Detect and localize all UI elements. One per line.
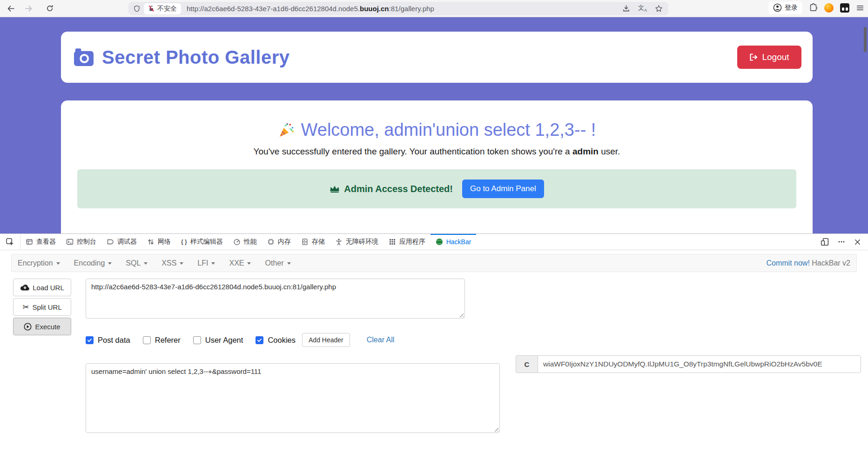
menu-encoding[interactable]: Encoding <box>74 259 112 267</box>
caret-down-icon <box>56 262 60 265</box>
security-chip[interactable]: 不安全 <box>144 3 181 14</box>
crown-icon <box>330 185 340 193</box>
referer-label[interactable]: Referer <box>155 336 181 345</box>
camera-icon <box>73 47 94 67</box>
forward-button[interactable] <box>21 1 35 15</box>
element-picker-button[interactable] <box>0 234 20 250</box>
cookie-field-group: C <box>516 355 861 373</box>
devtools-tab-application[interactable]: 应用程序 <box>384 234 431 250</box>
welcome-card: Welcome, admin'union select 1,2,3-- ! Yo… <box>61 100 813 233</box>
browser-toolbar: 不安全 http://a2c6ae6d-5283-43e7-a1d6-d6cc2… <box>0 0 868 17</box>
request-options-row: Post data Referer User Agent Cookies Add… <box>86 333 394 347</box>
devtools-tab-style-editor[interactable]: { } 样式编辑器 <box>176 234 228 250</box>
commit-now-link[interactable]: Commit now! <box>767 259 810 267</box>
grid-icon <box>389 238 396 246</box>
translate-icon[interactable]: 文A <box>638 5 647 13</box>
console-icon <box>66 238 74 246</box>
chip-icon <box>267 238 275 246</box>
devtools-tab-bar: 查看器 控制台 调试器 网络 { } 样式编辑器 性能 内存 存储 <box>0 234 868 250</box>
reload-button[interactable] <box>43 1 57 15</box>
menu-sql[interactable]: SQL <box>126 259 148 267</box>
admin-access-label: Admin Access Detected! <box>330 184 453 194</box>
welcome-message: You've successfully entered the gallery.… <box>61 146 813 157</box>
party-popper-icon <box>278 122 295 139</box>
menu-xxe[interactable]: XXE <box>229 259 251 267</box>
clear-all-link[interactable]: Clear All <box>367 336 395 344</box>
devtools-tab-memory[interactable]: 内存 <box>262 234 296 250</box>
referer-checkbox[interactable] <box>143 336 151 344</box>
url-text[interactable]: http://a2c6ae6d-5283-43e7-a1d6-d6cc26128… <box>187 5 622 13</box>
caret-down-icon <box>247 262 251 265</box>
play-circle-icon <box>24 323 32 331</box>
scissors-icon: ✂ <box>22 303 29 311</box>
hackbar-version: HackBar v2 <box>810 259 850 267</box>
devtools-tab-debugger[interactable]: 调试器 <box>101 234 142 250</box>
shield-icon[interactable] <box>133 5 141 13</box>
split-url-button[interactable]: ✂ Split URL <box>13 298 71 316</box>
hackbar-globe-icon <box>436 238 443 246</box>
devtools-tab-performance[interactable]: 性能 <box>228 234 262 250</box>
broken-lock-icon <box>148 5 155 12</box>
caret-down-icon <box>144 262 148 265</box>
go-to-admin-panel-button[interactable]: Go to Admin Panel <box>462 180 544 198</box>
devtools-tab-hackbar[interactable]: HackBar <box>431 234 477 250</box>
menu-other[interactable]: Other <box>265 259 290 267</box>
signin-label: 登录 <box>785 4 798 12</box>
addon-dark-icon[interactable] <box>840 3 849 13</box>
caret-down-icon <box>180 262 183 265</box>
hackbar-menubar: Encryption Encoding SQL XSS LFI XXE Othe… <box>11 254 857 272</box>
user-agent-label[interactable]: User Agent <box>205 336 243 345</box>
gauge-icon <box>233 238 241 246</box>
cookies-checkbox[interactable] <box>256 336 263 344</box>
devtools-tab-network[interactable]: 网络 <box>142 234 176 250</box>
debugger-icon <box>107 238 114 246</box>
gallery-page: Secret Photo Gallery Logout W <box>0 17 868 233</box>
extensions-puzzle-icon[interactable] <box>809 3 818 12</box>
addon-colored-icon[interactable] <box>824 3 834 13</box>
devtools-panel: 查看器 控制台 调试器 网络 { } 样式编辑器 性能 内存 存储 <box>0 233 868 466</box>
logout-icon <box>749 53 758 61</box>
network-arrows-icon <box>147 238 155 246</box>
security-label: 不安全 <box>157 5 177 13</box>
inspector-icon <box>26 238 33 246</box>
devtools-close-icon[interactable] <box>854 239 861 246</box>
welcome-heading: Welcome, admin'union select 1,2,3-- ! <box>301 120 596 140</box>
page-scrollbar-thumb[interactable] <box>864 27 867 52</box>
devtools-tab-accessibility[interactable]: 无障碍环境 <box>330 234 384 250</box>
hackbar-panel: Encryption Encoding SQL XSS LFI XXE Othe… <box>0 251 868 466</box>
cookies-label[interactable]: Cookies <box>268 336 296 345</box>
load-url-button[interactable]: Load URL <box>13 279 71 296</box>
admin-access-banner: Admin Access Detected! Go to Admin Panel <box>77 169 796 208</box>
menu-lfi[interactable]: LFI <box>197 259 215 267</box>
menu-encryption[interactable]: Encryption <box>18 259 60 267</box>
devtools-tab-storage[interactable]: 存储 <box>296 234 330 250</box>
accessibility-person-icon <box>335 238 343 246</box>
menu-hamburger-icon[interactable] <box>856 4 864 12</box>
logout-button[interactable]: Logout <box>737 46 801 69</box>
caret-down-icon <box>287 262 291 265</box>
post-data-label[interactable]: Post data <box>98 336 130 345</box>
back-button[interactable] <box>4 1 18 15</box>
post-data-checkbox[interactable] <box>86 336 94 344</box>
url-input[interactable]: http://a2c6ae6d-5283-43e7-a1d6-d6cc26128… <box>86 279 465 319</box>
menu-xss[interactable]: XSS <box>161 259 183 267</box>
url-bar[interactable]: 不安全 http://a2c6ae6d-5283-43e7-a1d6-d6cc2… <box>128 2 668 15</box>
bookmark-star-icon[interactable] <box>655 5 663 13</box>
responsive-design-icon[interactable] <box>821 238 829 246</box>
caret-down-icon <box>108 262 112 265</box>
account-signin-button[interactable]: 登录 <box>768 1 802 14</box>
storage-cabinet-icon <box>301 238 309 246</box>
add-header-button[interactable]: Add Header <box>302 333 350 347</box>
user-agent-checkbox[interactable] <box>193 336 201 344</box>
cloud-download-icon <box>20 284 29 291</box>
page-title: Secret Photo Gallery <box>102 47 289 68</box>
devtools-tab-console[interactable]: 控制台 <box>61 234 101 250</box>
devtools-tab-inspector[interactable]: 查看器 <box>20 234 61 250</box>
execute-button[interactable]: Execute <box>13 318 71 335</box>
cookie-prefix-addon: C <box>516 355 538 373</box>
downloads-icon[interactable] <box>622 5 630 13</box>
account-icon <box>773 3 782 12</box>
devtools-more-icon[interactable] <box>838 238 845 246</box>
post-data-input[interactable]: username=admin' union select 1,2,3--+&pa… <box>86 363 500 433</box>
cookie-input[interactable] <box>538 355 861 373</box>
